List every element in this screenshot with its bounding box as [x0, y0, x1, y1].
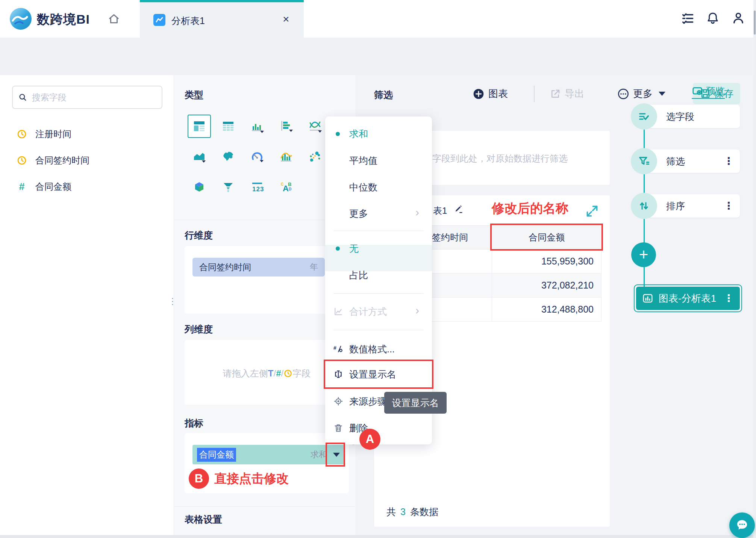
annotation-box-metric-caret — [326, 443, 345, 467]
export-button[interactable]: 导出 — [550, 87, 584, 100]
table-settings-title: 表格设置 — [185, 513, 222, 526]
vertical-scrollbar-thumb[interactable] — [754, 11, 756, 35]
menu-item-label: 来源步骤 — [349, 395, 387, 408]
menu-item-more-aggregations[interactable]: 更多 › — [325, 206, 432, 221]
notifications-bell-icon[interactable] — [706, 11, 720, 26]
chart-type-cube-icon[interactable] — [188, 175, 211, 199]
add-chart-button[interactable]: 图表 — [473, 87, 508, 100]
select-fields-icon[interactable] — [631, 103, 657, 130]
chart-type-horizontal-bar-icon[interactable] — [274, 115, 298, 138]
annotation-box-set-display-name — [324, 360, 433, 389]
chart-type-scatter-icon[interactable] — [303, 145, 327, 168]
chart-type-area-icon[interactable] — [188, 145, 211, 168]
add-chart-label: 图表 — [488, 87, 508, 100]
placeholder-slash: / — [281, 368, 284, 378]
filter-funnel-icon[interactable] — [631, 148, 657, 174]
chart-type-gauge-icon[interactable] — [245, 145, 269, 168]
table-cell-amount: 372,082,210 — [492, 274, 601, 297]
chart-type-combo-icon[interactable] — [274, 145, 298, 168]
record-count-suffix: 条数据 — [410, 506, 438, 518]
filter-title: 筛选 — [374, 89, 393, 101]
field-item-contract-amount[interactable]: # 合同金额 — [0, 176, 174, 197]
text-field-icon: T — [268, 368, 274, 378]
tab-close-icon[interactable]: × — [283, 13, 289, 26]
menu-item-none[interactable]: 无 — [325, 241, 432, 256]
tab-title: 分析表1 — [171, 15, 205, 27]
kebab-menu-icon[interactable]: ⋮ — [724, 292, 734, 304]
svg-text:D: D — [289, 187, 291, 191]
kebab-menu-icon[interactable]: ⋮ — [724, 200, 734, 212]
chart-type-line-icon[interactable] — [303, 115, 327, 138]
annotation-box-renamed-column — [490, 224, 603, 251]
chart-type-pivot-table-icon[interactable] — [188, 115, 211, 138]
chart-node-icon — [642, 293, 653, 304]
caret-down-icon — [659, 92, 665, 96]
step-label: 排序 — [666, 200, 685, 212]
row-dimension-dropzone[interactable] — [185, 246, 349, 314]
chart-type-china-map-icon[interactable] — [217, 145, 240, 168]
selected-dot-icon — [336, 132, 340, 136]
ellipsis-circle-icon — [617, 88, 629, 100]
menu-divider — [333, 293, 424, 294]
table-cell-amount: 155,959,300 — [492, 249, 601, 273]
panel-drag-handle[interactable]: ⋮ — [168, 299, 177, 304]
chart-type-bar-icon[interactable] — [245, 115, 269, 138]
chart-type-text-card-icon[interactable]: CABD — [274, 175, 298, 199]
toolbar-divider — [534, 86, 535, 102]
field-item-contract-sign-time[interactable]: 合同签约时间 — [0, 150, 174, 171]
menu-item-proportion[interactable]: 占比 — [325, 267, 432, 283]
date-field-icon — [283, 369, 292, 378]
task-list-icon[interactable] — [681, 12, 695, 27]
metric-pill-label-selected[interactable]: 合同金额 — [197, 448, 236, 462]
menu-item-average[interactable]: 平均值 — [325, 153, 432, 168]
kebab-menu-icon[interactable]: ⋮ — [724, 155, 734, 167]
row-pill-label: 合同签约时间 — [199, 261, 251, 273]
row-pill-granularity[interactable]: 年 — [310, 261, 318, 273]
metric-aggregation-label: 求和 — [311, 449, 327, 460]
add-step-button[interactable]: + — [631, 242, 656, 267]
menu-divider — [333, 231, 424, 231]
chart-type-funnel-icon[interactable] — [217, 175, 240, 199]
action-toolbar: 图表 导出 更多 保存 — [0, 38, 756, 75]
step-label: 筛选 — [666, 155, 685, 168]
field-item-register-time[interactable]: 注册时间 — [0, 124, 174, 145]
brand-name: 数跨境BI — [37, 11, 90, 28]
menu-item-label: 数值格式... — [349, 343, 395, 355]
edit-title-pencil-icon[interactable] — [454, 204, 464, 216]
field-search-input[interactable] — [31, 92, 156, 103]
row-dimension-pill[interactable]: 合同签约时间 年 — [192, 258, 325, 277]
filter-dropzone-hint: 字段到此处，对原始数据进行筛选 — [432, 153, 568, 165]
chart-type-number-card-icon[interactable]: 123 — [245, 175, 269, 199]
row-dimension-title: 行维度 — [185, 229, 213, 242]
field-search-box[interactable] — [12, 86, 162, 109]
tab-analysis-table[interactable]: 分析表1 × — [140, 0, 304, 38]
preview-link[interactable]: 预览 — [692, 85, 725, 99]
home-icon[interactable] — [108, 12, 120, 27]
sort-arrows-icon[interactable] — [631, 193, 657, 219]
chart-node[interactable]: 图表-分析表1 ⋮ — [636, 287, 740, 310]
placeholder-text: 请拖入左侧 — [223, 368, 268, 378]
annotation-click-to-edit: 直接点击修改 — [214, 470, 289, 487]
annotation-renamed-label: 修改后的名称 — [492, 200, 568, 217]
customer-service-chat-button[interactable] — [729, 512, 755, 538]
menu-item-label: 无 — [349, 242, 359, 255]
chart-type-table-icon[interactable] — [217, 115, 240, 138]
section-divider — [174, 506, 355, 507]
svg-text:123: 123 — [252, 186, 264, 193]
user-profile-icon[interactable] — [732, 11, 745, 26]
horizontal-scrollbar[interactable] — [0, 535, 756, 538]
menu-divider — [333, 330, 424, 330]
set-display-name-tooltip: 设置显示名 — [384, 392, 447, 414]
chart-node-label: 图表-分析表1 — [659, 292, 716, 305]
menu-item-number-format[interactable]: # 数值格式... — [325, 342, 432, 357]
expand-chart-icon[interactable] — [585, 204, 599, 220]
more-label: 更多 — [633, 87, 653, 100]
export-label: 导出 — [565, 87, 584, 100]
field-label: 合同签约时间 — [35, 154, 89, 166]
more-button[interactable]: 更多 — [617, 87, 665, 100]
menu-item-sum[interactable]: 求和 — [325, 126, 432, 141]
menu-item-label: 平均值 — [349, 154, 377, 167]
metric-pill[interactable]: 合同金额 求和 — [192, 445, 344, 464]
menu-item-median[interactable]: 中位数 — [325, 180, 432, 195]
placeholder-text: 字段 — [292, 368, 311, 378]
